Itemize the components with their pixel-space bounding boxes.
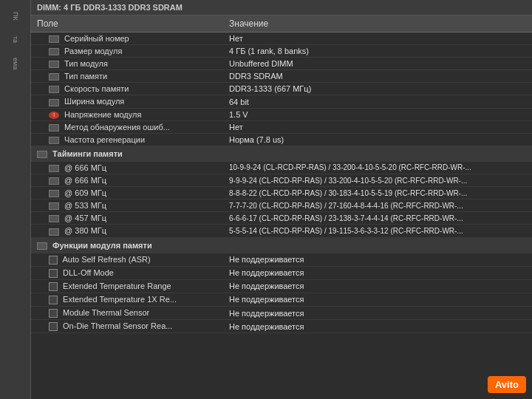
section-features: Функции модуля памяти bbox=[31, 237, 532, 253]
value-speed: DDR3-1333 (667 МГц) bbox=[223, 83, 532, 95]
field-t609: @ 609 МГц bbox=[31, 187, 223, 200]
table-row: Module Thermal Sensor Не поддерживается bbox=[31, 306, 532, 319]
table-row: Частота регенерации Норма (7.8 us) bbox=[31, 133, 532, 146]
avito-label: Avito bbox=[495, 379, 519, 390]
sidebar-label-data: та bbox=[12, 36, 19, 43]
field-module-type: Тип модуля bbox=[31, 58, 223, 70]
section-timings: Тайминги памяти bbox=[31, 146, 532, 161]
value-t666-1: 10-9-9-24 (CL-RCD-RP-RAS) / 33-200-4-10-… bbox=[223, 161, 532, 174]
table-row: Extended Temperature 1X Re... Не поддерж… bbox=[31, 293, 532, 306]
table-row: ! Напряжение модуля 1.5 V bbox=[31, 108, 532, 120]
box-icon bbox=[49, 190, 59, 197]
box-icon bbox=[49, 48, 59, 55]
box-icon bbox=[49, 177, 59, 185]
warn-icon: ! bbox=[49, 112, 59, 119]
field-ext-temp1x: Extended Temperature 1X Re... bbox=[31, 293, 223, 306]
checkbox-icon bbox=[49, 269, 58, 278]
field-speed: Скорость памяти bbox=[31, 83, 223, 95]
table-row: @ 380 МГц 5-5-5-14 (CL-RCD-RP-RAS) / 19-… bbox=[31, 225, 532, 237]
field-thermal: Module Thermal Sensor bbox=[31, 306, 223, 319]
dimm-title: DIMM: 4 ГБ DDR3-1333 DDR3 SDRAM bbox=[37, 3, 183, 12]
value-dll: Не поддерживается bbox=[223, 266, 532, 279]
field-t457: @ 457 МГц bbox=[31, 212, 223, 225]
avito-badge: Avito bbox=[488, 376, 526, 393]
box-icon bbox=[49, 35, 59, 43]
field-voltage: ! Напряжение модуля bbox=[31, 108, 223, 120]
field-dll: DLL-Off Mode bbox=[31, 266, 223, 279]
field-t666-2: @ 666 МГц bbox=[31, 174, 223, 187]
value-ext-temp1x: Не поддерживается bbox=[223, 293, 532, 306]
table-row: Тип модуля Unbuffered DIMM bbox=[31, 58, 532, 70]
table-row: @ 533 МГц 7-7-7-20 (CL-RCD-RP-RAS) / 27-… bbox=[31, 200, 532, 212]
col-value: Значение bbox=[223, 16, 532, 33]
value-t457: 6-6-6-17 (CL-RCD-RP-RAS) / 23-138-3-7-4-… bbox=[223, 212, 532, 225]
table-row: Размер модуля 4 ГБ (1 rank, 8 banks) bbox=[31, 45, 532, 58]
field-t380: @ 380 МГц bbox=[31, 225, 223, 237]
sidebar-label-pc: ПК bbox=[12, 12, 19, 21]
table-row: Метод обнаружения ошиб... Нет bbox=[31, 120, 532, 133]
table-row: Extended Temperature Range Не поддержива… bbox=[31, 279, 532, 293]
field-refresh: Частота регенерации bbox=[31, 133, 223, 146]
info-table: Поле Значение Серийный номер Нет Разме bbox=[31, 16, 532, 333]
table-row: @ 666 МГц 10-9-9-24 (CL-RCD-RP-RAS) / 33… bbox=[31, 161, 532, 174]
box-icon bbox=[49, 61, 59, 68]
value-ecc: Нет bbox=[223, 120, 532, 133]
value-size: 4 ГБ (1 rank, 8 banks) bbox=[223, 45, 532, 58]
value-t533: 7-7-7-20 (CL-RCD-RP-RAS) / 27-160-4-8-4-… bbox=[223, 200, 532, 212]
checkbox-icon bbox=[49, 256, 58, 265]
sidebar-label-system: ема bbox=[12, 58, 19, 69]
timings-header: Тайминги памяти bbox=[31, 146, 532, 161]
table-row: @ 457 МГц 6-6-6-17 (CL-RCD-RP-RAS) / 23-… bbox=[31, 212, 532, 225]
value-t609: 8-8-8-22 (CL-RCD-RP-RAS) / 30-183-4-10-5… bbox=[223, 187, 532, 200]
sidebar-item-system[interactable]: ема bbox=[3, 53, 28, 74]
checkbox-icon bbox=[49, 296, 58, 304]
box-icon bbox=[49, 73, 59, 81]
value-module-type: Unbuffered DIMM bbox=[223, 58, 532, 70]
value-ondie: Не поддерживается bbox=[223, 320, 532, 333]
field-size: Размер модуля bbox=[31, 45, 223, 58]
table-container: Поле Значение Серийный номер Нет Разме bbox=[31, 16, 532, 399]
sidebar-item-pc[interactable]: ПК bbox=[3, 6, 28, 27]
table-row: @ 609 МГц 8-8-8-22 (CL-RCD-RP-RAS) / 30-… bbox=[31, 187, 532, 200]
value-refresh: Норма (7.8 us) bbox=[223, 133, 532, 146]
field-ext-temp: Extended Temperature Range bbox=[31, 279, 223, 293]
table-row: On-Die Thermal Sensor Rea... Не поддержи… bbox=[31, 320, 532, 333]
box-icon bbox=[49, 86, 59, 93]
field-asr: Auto Self Refresh (ASR) bbox=[31, 253, 223, 266]
field-ecc: Метод обнаружения ошиб... bbox=[31, 120, 223, 133]
box-icon bbox=[49, 165, 59, 172]
field-mem-type: Тип памяти bbox=[31, 70, 223, 83]
box-icon bbox=[37, 242, 47, 250]
checkbox-icon bbox=[49, 282, 58, 291]
value-t380: 5-5-5-14 (CL-RCD-RP-RAS) / 19-115-3-6-3-… bbox=[223, 225, 532, 237]
table-row: Тип памяти DDR3 SDRAM bbox=[31, 70, 532, 83]
col-field: Поле bbox=[31, 16, 223, 33]
table-row: Auto Self Refresh (ASR) Не поддерживаетс… bbox=[31, 253, 532, 266]
top-bar: DIMM: 4 ГБ DDR3-1333 DDR3 SDRAM bbox=[31, 0, 532, 16]
value-voltage: 1.5 V bbox=[223, 108, 532, 120]
main-content: DIMM: 4 ГБ DDR3-1333 DDR3 SDRAM Поле Зна… bbox=[31, 0, 532, 399]
table-row: Ширина модуля 64 bit bbox=[31, 95, 532, 108]
box-icon bbox=[49, 228, 59, 236]
table-row: DLL-Off Mode Не поддерживается bbox=[31, 266, 532, 279]
field-t666-1: @ 666 МГц bbox=[31, 161, 223, 174]
table-row: Серийный номер Нет bbox=[31, 33, 532, 45]
box-icon bbox=[37, 151, 47, 158]
box-icon bbox=[49, 137, 59, 144]
value-serial: Нет bbox=[223, 33, 532, 45]
value-thermal: Не поддерживается bbox=[223, 306, 532, 319]
field-serial: Серийный номер bbox=[31, 33, 223, 45]
value-t666-2: 9-9-9-24 (CL-RCD-RP-RAS) / 33-200-4-10-5… bbox=[223, 174, 532, 187]
checkbox-icon bbox=[49, 309, 58, 318]
field-ondie: On-Die Thermal Sensor Rea... bbox=[31, 320, 223, 333]
box-icon bbox=[49, 215, 59, 222]
box-icon bbox=[49, 99, 59, 106]
sidebar-item-data[interactable]: та bbox=[3, 30, 28, 50]
value-width: 64 bit bbox=[223, 95, 532, 108]
sidebar: ПК та ема bbox=[0, 0, 31, 399]
field-t533: @ 533 МГц bbox=[31, 200, 223, 212]
features-header: Функции модуля памяти bbox=[31, 237, 532, 253]
table-row: Скорость памяти DDR3-1333 (667 МГц) bbox=[31, 83, 532, 95]
box-icon bbox=[49, 202, 59, 210]
value-ext-temp: Не поддерживается bbox=[223, 279, 532, 293]
